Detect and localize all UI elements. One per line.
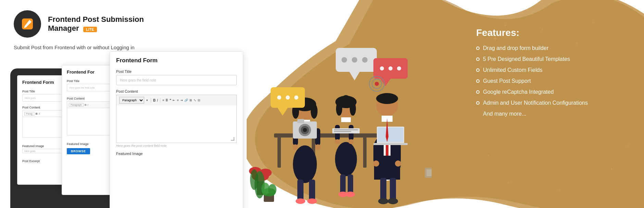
svg-point-79 (380, 66, 384, 70)
logo-circle (14, 10, 41, 38)
svg-rect-65 (378, 128, 403, 142)
paragraph-select[interactable]: Paragraph (119, 97, 144, 104)
left-section: Frontend Post Submission Manager LITE Su… (0, 0, 247, 208)
svg-rect-68 (390, 178, 396, 200)
svg-point-80 (388, 66, 393, 70)
svg-point-69 (378, 198, 388, 204)
circle-bullet-icon (476, 68, 480, 72)
svg-rect-47 (332, 128, 360, 133)
svg-point-70 (388, 198, 398, 204)
svg-marker-73 (349, 72, 360, 80)
svg-point-35 (307, 198, 317, 204)
features-list: Drag and drop form builder 5 Pre Designe… (476, 45, 630, 117)
forms-container: Frontend Form Post Title Here goes Post … (10, 48, 243, 205)
svg-rect-13 (277, 137, 281, 168)
svg-rect-32 (297, 180, 304, 200)
svg-rect-67 (380, 178, 386, 200)
svg-rect-42 (341, 117, 351, 122)
svg-point-63 (395, 160, 401, 167)
svg-point-21 (311, 104, 318, 119)
features-content: Features: Drag and drop form builder 5 P… (476, 27, 630, 117)
svg-point-41 (342, 95, 350, 103)
circle-bullet-icon (476, 90, 480, 94)
svg-rect-48 (334, 129, 358, 130)
svg-point-45 (335, 139, 340, 144)
svg-rect-60 (373, 144, 379, 162)
svg-rect-97 (426, 169, 432, 176)
svg-rect-51 (348, 174, 353, 193)
feature-item-3: Unlimited Custom Fields (476, 67, 630, 73)
svg-point-31 (303, 128, 307, 132)
svg-rect-33 (309, 180, 315, 200)
circle-bullet-icon (476, 101, 480, 105)
form-card-3: Frontend Form Post Title Here goes the f… (110, 51, 243, 208)
form-card-3-title: Frontend Form (116, 57, 237, 64)
svg-point-25 (293, 144, 298, 150)
svg-point-17 (293, 145, 317, 183)
svg-rect-50 (340, 174, 346, 193)
circle-bullet-icon (476, 47, 480, 50)
lite-badge: LITE (83, 27, 97, 32)
svg-point-84 (277, 95, 281, 100)
svg-point-74 (342, 57, 347, 63)
svg-point-46 (348, 139, 354, 144)
feature-item-7: And many more... (476, 111, 630, 117)
svg-point-76 (362, 57, 368, 63)
features-title: Features: (476, 27, 630, 38)
feature-item-1: Drag and drop form builder (476, 45, 630, 51)
svg-rect-28 (297, 119, 304, 123)
circle-bullet-icon (476, 57, 480, 61)
svg-marker-83 (277, 108, 288, 116)
svg-point-95 (250, 169, 258, 190)
svg-point-39 (336, 102, 342, 116)
svg-point-89 (375, 82, 379, 86)
svg-point-26 (315, 144, 321, 150)
svg-rect-49 (334, 131, 351, 132)
svg-point-62 (373, 160, 379, 167)
feature-item-6: Admin and User Notification Configuratio… (476, 100, 630, 106)
feature-item-2: 5 Pre Designed Beautiful Templates (476, 56, 630, 62)
svg-point-75 (352, 57, 357, 63)
svg-point-36 (335, 142, 357, 176)
svg-point-40 (350, 102, 356, 116)
svg-point-86 (294, 95, 298, 100)
svg-rect-61 (395, 144, 401, 162)
svg-rect-16 (363, 137, 367, 168)
svg-point-53 (346, 192, 355, 197)
svg-point-34 (296, 198, 305, 204)
plugin-title: Frontend Post Submission Manager LITE (48, 15, 144, 33)
feature-item-4: Guest Post Support (476, 78, 630, 84)
header-area: Frontend Post Submission Manager LITE (0, 0, 247, 44)
svg-point-58 (376, 93, 398, 104)
svg-point-101 (268, 184, 276, 195)
svg-point-81 (397, 66, 401, 70)
svg-rect-66 (373, 143, 408, 145)
header-text: Frontend Post Submission Manager LITE (48, 15, 144, 33)
svg-point-85 (286, 95, 290, 100)
circle-bullet-icon (476, 112, 480, 116)
browse-btn-2[interactable]: BROWSE (67, 148, 90, 154)
right-section: Features: Drag and drop form builder 5 P… (411, 0, 644, 208)
circle-bullet-icon (476, 79, 480, 83)
feature-item-5: Google reCaptcha Integrated (476, 89, 630, 95)
